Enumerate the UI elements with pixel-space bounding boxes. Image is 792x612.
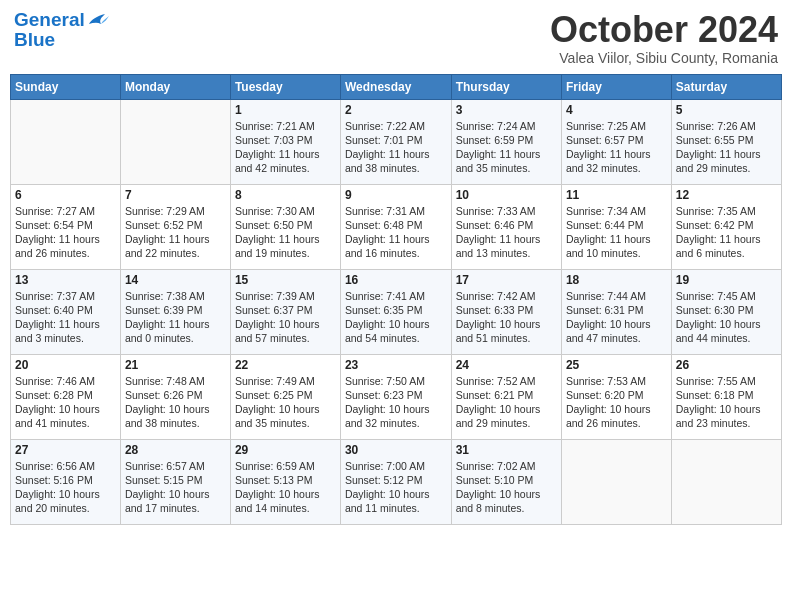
day-info: Sunrise: 7:49 AMSunset: 6:25 PMDaylight:… xyxy=(235,374,336,431)
day-info: Sunrise: 7:53 AMSunset: 6:20 PMDaylight:… xyxy=(566,374,667,431)
day-header-thursday: Thursday xyxy=(451,74,561,99)
day-number: 15 xyxy=(235,273,336,287)
day-info: Sunrise: 7:33 AMSunset: 6:46 PMDaylight:… xyxy=(456,204,557,261)
day-header-sunday: Sunday xyxy=(11,74,121,99)
day-info: Sunrise: 6:57 AMSunset: 5:15 PMDaylight:… xyxy=(125,459,226,516)
calendar-cell: 24Sunrise: 7:52 AMSunset: 6:21 PMDayligh… xyxy=(451,354,561,439)
calendar-week-row: 27Sunrise: 6:56 AMSunset: 5:16 PMDayligh… xyxy=(11,439,782,524)
day-info: Sunrise: 7:48 AMSunset: 6:26 PMDaylight:… xyxy=(125,374,226,431)
day-info: Sunrise: 7:27 AMSunset: 6:54 PMDaylight:… xyxy=(15,204,116,261)
calendar-table: SundayMondayTuesdayWednesdayThursdayFrid… xyxy=(10,74,782,525)
day-number: 16 xyxy=(345,273,447,287)
day-number: 1 xyxy=(235,103,336,117)
day-info: Sunrise: 7:39 AMSunset: 6:37 PMDaylight:… xyxy=(235,289,336,346)
logo-bird-icon xyxy=(87,10,109,28)
day-number: 31 xyxy=(456,443,557,457)
calendar-cell: 23Sunrise: 7:50 AMSunset: 6:23 PMDayligh… xyxy=(340,354,451,439)
day-number: 6 xyxy=(15,188,116,202)
calendar-cell: 14Sunrise: 7:38 AMSunset: 6:39 PMDayligh… xyxy=(120,269,230,354)
calendar-cell: 12Sunrise: 7:35 AMSunset: 6:42 PMDayligh… xyxy=(671,184,781,269)
calendar-cell: 20Sunrise: 7:46 AMSunset: 6:28 PMDayligh… xyxy=(11,354,121,439)
calendar-cell: 30Sunrise: 7:00 AMSunset: 5:12 PMDayligh… xyxy=(340,439,451,524)
day-info: Sunrise: 7:46 AMSunset: 6:28 PMDaylight:… xyxy=(15,374,116,431)
day-number: 14 xyxy=(125,273,226,287)
calendar-cell: 3Sunrise: 7:24 AMSunset: 6:59 PMDaylight… xyxy=(451,99,561,184)
day-info: Sunrise: 7:24 AMSunset: 6:59 PMDaylight:… xyxy=(456,119,557,176)
logo: General Blue xyxy=(14,10,109,50)
calendar-cell: 25Sunrise: 7:53 AMSunset: 6:20 PMDayligh… xyxy=(561,354,671,439)
day-header-wednesday: Wednesday xyxy=(340,74,451,99)
calendar-cell: 7Sunrise: 7:29 AMSunset: 6:52 PMDaylight… xyxy=(120,184,230,269)
calendar-cell xyxy=(671,439,781,524)
calendar-cell: 13Sunrise: 7:37 AMSunset: 6:40 PMDayligh… xyxy=(11,269,121,354)
calendar-cell: 18Sunrise: 7:44 AMSunset: 6:31 PMDayligh… xyxy=(561,269,671,354)
calendar-week-row: 1Sunrise: 7:21 AMSunset: 7:03 PMDaylight… xyxy=(11,99,782,184)
day-info: Sunrise: 7:29 AMSunset: 6:52 PMDaylight:… xyxy=(125,204,226,261)
day-number: 9 xyxy=(345,188,447,202)
calendar-cell: 28Sunrise: 6:57 AMSunset: 5:15 PMDayligh… xyxy=(120,439,230,524)
day-info: Sunrise: 6:59 AMSunset: 5:13 PMDaylight:… xyxy=(235,459,336,516)
calendar-cell: 8Sunrise: 7:30 AMSunset: 6:50 PMDaylight… xyxy=(230,184,340,269)
day-info: Sunrise: 7:00 AMSunset: 5:12 PMDaylight:… xyxy=(345,459,447,516)
calendar-cell: 9Sunrise: 7:31 AMSunset: 6:48 PMDaylight… xyxy=(340,184,451,269)
calendar-cell: 1Sunrise: 7:21 AMSunset: 7:03 PMDaylight… xyxy=(230,99,340,184)
day-info: Sunrise: 7:22 AMSunset: 7:01 PMDaylight:… xyxy=(345,119,447,176)
calendar-cell xyxy=(11,99,121,184)
calendar-cell: 21Sunrise: 7:48 AMSunset: 6:26 PMDayligh… xyxy=(120,354,230,439)
calendar-cell: 27Sunrise: 6:56 AMSunset: 5:16 PMDayligh… xyxy=(11,439,121,524)
calendar-week-row: 20Sunrise: 7:46 AMSunset: 6:28 PMDayligh… xyxy=(11,354,782,439)
calendar-week-row: 13Sunrise: 7:37 AMSunset: 6:40 PMDayligh… xyxy=(11,269,782,354)
day-info: Sunrise: 7:45 AMSunset: 6:30 PMDaylight:… xyxy=(676,289,777,346)
day-info: Sunrise: 7:52 AMSunset: 6:21 PMDaylight:… xyxy=(456,374,557,431)
day-number: 26 xyxy=(676,358,777,372)
day-info: Sunrise: 7:41 AMSunset: 6:35 PMDaylight:… xyxy=(345,289,447,346)
day-number: 8 xyxy=(235,188,336,202)
title-block: October 2024 Valea Viilor, Sibiu County,… xyxy=(550,10,778,66)
calendar-cell: 17Sunrise: 7:42 AMSunset: 6:33 PMDayligh… xyxy=(451,269,561,354)
day-number: 22 xyxy=(235,358,336,372)
calendar-cell xyxy=(561,439,671,524)
day-number: 12 xyxy=(676,188,777,202)
calendar-cell: 19Sunrise: 7:45 AMSunset: 6:30 PMDayligh… xyxy=(671,269,781,354)
day-info: Sunrise: 7:37 AMSunset: 6:40 PMDaylight:… xyxy=(15,289,116,346)
day-info: Sunrise: 7:50 AMSunset: 6:23 PMDaylight:… xyxy=(345,374,447,431)
day-header-tuesday: Tuesday xyxy=(230,74,340,99)
day-number: 21 xyxy=(125,358,226,372)
month-title: October 2024 xyxy=(550,10,778,50)
page-header: General Blue October 2024 Valea Viilor, … xyxy=(10,10,782,66)
day-number: 7 xyxy=(125,188,226,202)
day-info: Sunrise: 6:56 AMSunset: 5:16 PMDaylight:… xyxy=(15,459,116,516)
calendar-cell: 2Sunrise: 7:22 AMSunset: 7:01 PMDaylight… xyxy=(340,99,451,184)
day-number: 24 xyxy=(456,358,557,372)
day-number: 5 xyxy=(676,103,777,117)
day-header-friday: Friday xyxy=(561,74,671,99)
day-number: 19 xyxy=(676,273,777,287)
day-info: Sunrise: 7:55 AMSunset: 6:18 PMDaylight:… xyxy=(676,374,777,431)
day-number: 2 xyxy=(345,103,447,117)
day-info: Sunrise: 7:35 AMSunset: 6:42 PMDaylight:… xyxy=(676,204,777,261)
day-number: 3 xyxy=(456,103,557,117)
day-header-monday: Monday xyxy=(120,74,230,99)
day-info: Sunrise: 7:30 AMSunset: 6:50 PMDaylight:… xyxy=(235,204,336,261)
day-number: 25 xyxy=(566,358,667,372)
day-number: 4 xyxy=(566,103,667,117)
day-number: 30 xyxy=(345,443,447,457)
calendar-cell: 31Sunrise: 7:02 AMSunset: 5:10 PMDayligh… xyxy=(451,439,561,524)
calendar-cell: 6Sunrise: 7:27 AMSunset: 6:54 PMDaylight… xyxy=(11,184,121,269)
day-number: 28 xyxy=(125,443,226,457)
calendar-cell: 4Sunrise: 7:25 AMSunset: 6:57 PMDaylight… xyxy=(561,99,671,184)
day-info: Sunrise: 7:25 AMSunset: 6:57 PMDaylight:… xyxy=(566,119,667,176)
day-info: Sunrise: 7:21 AMSunset: 7:03 PMDaylight:… xyxy=(235,119,336,176)
day-info: Sunrise: 7:42 AMSunset: 6:33 PMDaylight:… xyxy=(456,289,557,346)
calendar-cell: 22Sunrise: 7:49 AMSunset: 6:25 PMDayligh… xyxy=(230,354,340,439)
calendar-header-row: SundayMondayTuesdayWednesdayThursdayFrid… xyxy=(11,74,782,99)
day-info: Sunrise: 7:02 AMSunset: 5:10 PMDaylight:… xyxy=(456,459,557,516)
calendar-cell: 16Sunrise: 7:41 AMSunset: 6:35 PMDayligh… xyxy=(340,269,451,354)
day-header-saturday: Saturday xyxy=(671,74,781,99)
day-number: 27 xyxy=(15,443,116,457)
calendar-cell xyxy=(120,99,230,184)
logo-general: General xyxy=(14,9,85,30)
calendar-week-row: 6Sunrise: 7:27 AMSunset: 6:54 PMDaylight… xyxy=(11,184,782,269)
day-number: 29 xyxy=(235,443,336,457)
logo-blue: Blue xyxy=(14,29,55,50)
